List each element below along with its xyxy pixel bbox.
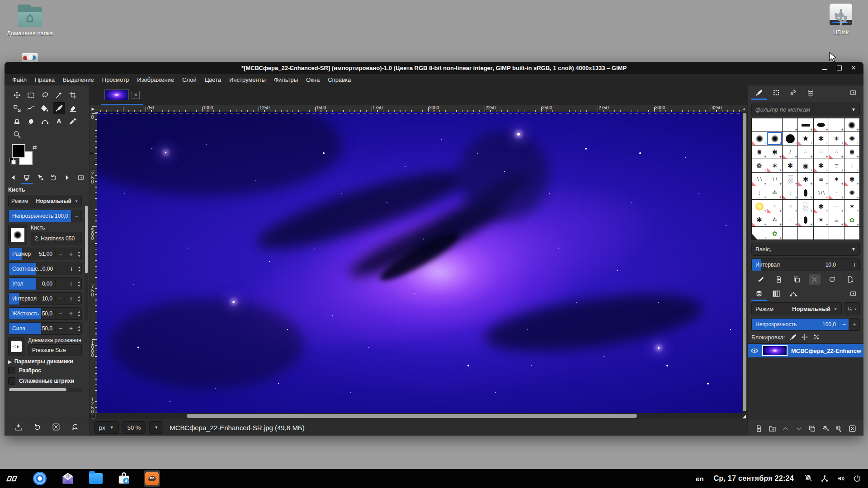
- brush-grunge[interactable]: ✱+: [783, 159, 797, 172]
- lower-layer-button[interactable]: [793, 423, 805, 434]
- lock-position-icon[interactable]: [801, 333, 808, 341]
- brush-figure[interactable]: ⁂+: [767, 213, 782, 226]
- notifications-muted-icon[interactable]: [804, 474, 813, 483]
- slider-spin-icon[interactable]: ◂◂: [76, 325, 81, 332]
- menu-справка[interactable]: Справка: [324, 75, 355, 84]
- brush-faint[interactable]: ⋯+: [783, 213, 797, 226]
- refresh-brushes-button[interactable]: [826, 274, 838, 285]
- zoom-value[interactable]: 50 %: [123, 421, 146, 434]
- slider-increment[interactable]: +: [66, 310, 76, 317]
- dynamics-select[interactable]: Pressure Size: [28, 344, 82, 356]
- slider-increment[interactable]: +: [66, 280, 76, 287]
- eraser-tool[interactable]: [67, 102, 79, 114]
- brush-sparse[interactable]: ⋮+: [844, 159, 859, 172]
- checkbox-icon[interactable]: [8, 377, 15, 385]
- slider-жёсткость[interactable]: Жёсткость50,0−+◂◂: [8, 307, 82, 320]
- chromium-browser-icon[interactable]: [32, 470, 48, 487]
- trash-icon[interactable]: [22, 53, 38, 62]
- brush-grunge[interactable]: ✱+: [814, 200, 829, 213]
- crop-tool[interactable]: [67, 89, 79, 101]
- brush-strokes[interactable]: ∖∖+: [752, 173, 767, 186]
- opacity-slider[interactable]: Непрозрачность 100,0 −: [8, 210, 82, 222]
- power-icon[interactable]: [853, 474, 862, 483]
- brush-grunge2[interactable]: ✶+: [767, 159, 782, 172]
- brush-circle[interactable]: +: [783, 132, 797, 145]
- software-center-icon[interactable]: [116, 470, 132, 487]
- brush-star[interactable]: ★+: [798, 132, 813, 145]
- slider-decrement[interactable]: −: [55, 250, 66, 258]
- tab-brushes[interactable]: [751, 87, 767, 100]
- brush-grunge[interactable]: ✱+: [814, 159, 829, 172]
- horizontal-ruler[interactable]: 7501000125015001750200022502500275030003…: [97, 105, 741, 112]
- menu-изображение[interactable]: Изображение: [133, 75, 178, 84]
- text-tool[interactable]: A: [53, 115, 65, 127]
- brush-grunge3[interactable]: ✺+: [844, 132, 859, 145]
- brush-spacing-slider[interactable]: Интервал 10,0 − +: [751, 258, 860, 271]
- slider-сила[interactable]: Сила50,0−+◂◂: [8, 322, 82, 335]
- slider-соотноше[interactable]: Соотноше...0,00−+◂◂: [8, 263, 82, 275]
- brush-noise[interactable]: ░+: [798, 200, 813, 213]
- brush-name-select[interactable]: 2. Hardness 050: [31, 232, 82, 245]
- raise-layer-button[interactable]: [780, 423, 792, 434]
- slider-decrement[interactable]: −: [55, 325, 66, 332]
- brush-grunge3[interactable]: ✺+: [752, 145, 767, 159]
- network-icon[interactable]: [820, 474, 829, 483]
- layers-dock-menu-icon[interactable]: [845, 288, 861, 301]
- brush-pixel[interactable]: ·+: [783, 118, 797, 131]
- brush-dots[interactable]: ∷+: [814, 145, 829, 159]
- delete-tool-preset-button[interactable]: [50, 421, 62, 433]
- slider-decrement[interactable]: −: [55, 310, 66, 317]
- duplicate-brush-button[interactable]: [791, 274, 802, 285]
- minimize-button[interactable]: [821, 65, 828, 72]
- paint-mode-select[interactable]: Режим Нормальный: [8, 195, 82, 207]
- default-colors-icon[interactable]: [9, 158, 15, 164]
- tab-device-status[interactable]: i: [34, 172, 47, 184]
- slider-spin-icon[interactable]: ◂◂: [76, 310, 81, 317]
- layer-name[interactable]: МСВСфера_22-Enhanced: [791, 347, 861, 354]
- tab-paths[interactable]: [786, 288, 801, 301]
- tab-channels[interactable]: [769, 288, 784, 301]
- brush-blob[interactable]: +: [798, 186, 813, 199]
- menu-окна[interactable]: Окна: [302, 75, 324, 84]
- brush-strokes[interactable]: ∖∖+: [767, 173, 782, 186]
- desktop-icon-home-folder[interactable]: ⌂ Домашняя папка: [6, 4, 53, 37]
- brush-blank[interactable]: [767, 118, 782, 131]
- brush-grunge3[interactable]: ✺+: [844, 186, 859, 199]
- slider-угол[interactable]: Угол0,00−+◂◂: [8, 277, 82, 290]
- warp-tool[interactable]: [25, 102, 37, 114]
- brush-blob[interactable]: +: [798, 213, 813, 226]
- menu-просмотр[interactable]: Просмотр: [98, 75, 133, 84]
- brush-cells[interactable]: ❁+: [752, 159, 767, 172]
- brush-bar[interactable]: +: [798, 118, 813, 131]
- checkbox-сглаженные-штрихи[interactable]: Сглаженные штрихи: [8, 377, 82, 385]
- new-brush-button[interactable]: [773, 274, 785, 285]
- brush-sparse[interactable]: ⋮+: [752, 186, 767, 199]
- spacing-increment[interactable]: +: [849, 261, 859, 268]
- spacing-decrement[interactable]: −: [839, 261, 849, 268]
- slider-increment[interactable]: +: [66, 250, 76, 258]
- mail-client-icon[interactable]: @: [60, 470, 76, 487]
- canvas-vscrollbar[interactable]: [742, 112, 747, 413]
- brush-line[interactable]: +: [829, 118, 844, 131]
- file-manager-icon[interactable]: [88, 470, 104, 487]
- brush-blank[interactable]: [798, 227, 813, 240]
- tool-options-vscrollbar[interactable]: [85, 204, 88, 321]
- delete-brush-button[interactable]: [809, 274, 821, 285]
- zoom-follow-window-button[interactable]: ▲: [741, 105, 747, 112]
- brush-hatch[interactable]: ≡+: [829, 213, 844, 226]
- title-bar[interactable]: *[МСВСфера_22-Enhanced-SR] (импортирован…: [5, 62, 863, 74]
- brush-lines[interactable]: ≡+: [814, 173, 829, 186]
- checkbox-icon[interactable]: [8, 367, 15, 374]
- brush-grunge2[interactable]: ✶+: [829, 132, 844, 145]
- taskbar-clock[interactable]: Ср, 17 сентября 22:24: [713, 474, 794, 483]
- brush-leaves[interactable]: ✿+: [767, 227, 782, 240]
- brush-slash[interactable]: /+: [783, 145, 797, 159]
- brush-soft[interactable]: +: [844, 118, 859, 131]
- tab-patterns[interactable]: [769, 87, 784, 100]
- color-area[interactable]: ⇄: [12, 144, 89, 170]
- brush-figure[interactable]: ⁂+: [767, 186, 782, 199]
- tab-tool-options[interactable]: [21, 172, 33, 184]
- brush-blank[interactable]: [783, 227, 797, 240]
- dynamics-options-expander[interactable]: ▶Параметры динамики: [8, 358, 82, 365]
- foreground-color-swatch[interactable]: [12, 144, 25, 158]
